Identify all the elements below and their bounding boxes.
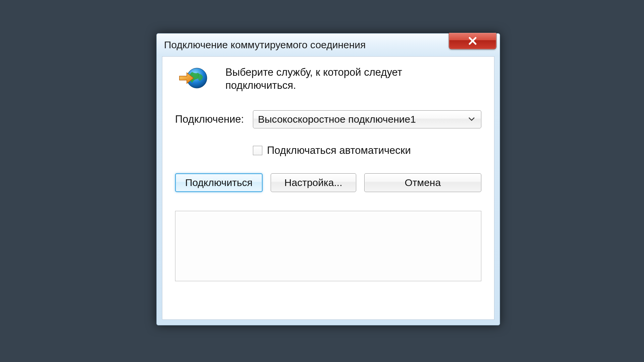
connect-button-label: Подключиться <box>185 177 253 188</box>
intro-section: Выберите службу, к которой следует подкл… <box>175 66 481 92</box>
dialup-connection-dialog: Подключение коммутируемого соединения <box>156 33 500 325</box>
connection-dropdown[interactable]: Высокоскоростное подключение1 <box>253 110 481 128</box>
settings-button-label: Настройка... <box>284 177 342 188</box>
settings-button[interactable]: Настройка... <box>271 173 356 192</box>
connection-row: Подключение: Высокоскоростное подключени… <box>175 110 481 128</box>
connect-button[interactable]: Подключиться <box>175 173 263 192</box>
chevron-down-icon <box>468 116 475 122</box>
status-area <box>175 211 481 281</box>
dialog-client-area: Выберите службу, к которой следует подкл… <box>162 56 494 320</box>
auto-connect-label[interactable]: Подключаться автоматически <box>267 144 411 157</box>
intro-text: Выберите службу, к которой следует подкл… <box>225 66 440 92</box>
close-button[interactable] <box>449 33 496 49</box>
auto-connect-row: Подключаться автоматически <box>253 144 481 157</box>
dialog-title: Подключение коммутируемого соединения <box>164 39 366 51</box>
titlebar[interactable]: Подключение коммутируемого соединения <box>157 34 500 56</box>
cancel-button[interactable]: Отмена <box>364 173 481 192</box>
auto-connect-checkbox[interactable] <box>253 146 262 155</box>
connection-globe-icon <box>175 66 212 90</box>
button-row: Подключиться Настройка... Отмена <box>175 173 481 192</box>
connection-label: Подключение: <box>175 113 253 125</box>
close-icon <box>468 37 477 45</box>
cancel-button-label: Отмена <box>405 177 441 188</box>
connection-dropdown-value: Высокоскоростное подключение1 <box>258 114 416 125</box>
